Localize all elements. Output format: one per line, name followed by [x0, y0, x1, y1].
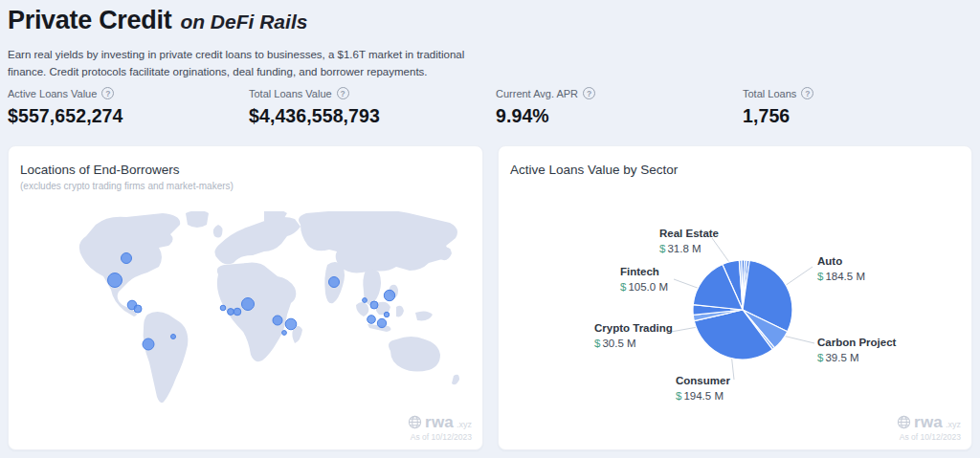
pie-label-consumer: Consumer $194.5 M [676, 374, 730, 403]
help-icon[interactable]: ? [101, 87, 114, 99]
currency-symbol: $ [620, 281, 626, 293]
pie-label-fintech: Fintech $105.0 M [620, 265, 668, 294]
page-title-row: Private Credit on DeFi Rails [8, 6, 491, 35]
sector-value: 39.5 M [825, 352, 858, 363]
sector-name: Consumer [676, 374, 730, 389]
globe-icon [897, 415, 911, 429]
pie-label-real-estate: Real Estate $31.8 M [659, 227, 719, 256]
map-bubble-indonesia[interactable] [377, 318, 386, 327]
currency-symbol: $ [659, 243, 665, 254]
page-header: Private Credit on DeFi Rails Earn real y… [8, 6, 491, 81]
map-bubble-united-states[interactable] [122, 253, 132, 264]
map-panel-subtitle: (excludes crypto trading firms and marke… [20, 181, 234, 191]
stat-label: Total Loans Value [249, 88, 332, 99]
stat-label: Total Loans [743, 88, 796, 99]
sector-value: 184.5 M [825, 271, 865, 282]
currency-symbol: $ [594, 338, 600, 349]
map-bubble-mexico[interactable] [108, 273, 122, 288]
pie-label-carbon-project: Carbon Project $39.5 M [817, 336, 896, 365]
map-bubble-vietnam[interactable] [370, 301, 378, 309]
help-icon[interactable]: ? [583, 87, 595, 99]
stat-current-avg-apr: Current Avg. APR ? 9.94% [496, 87, 743, 127]
sector-name: Carbon Project [817, 336, 896, 351]
stat-value: 1,756 [743, 105, 980, 127]
map-bubble-brazil[interactable] [171, 335, 176, 339]
stats-row: Active Loans Value ? $557,652,274 Total … [8, 87, 980, 127]
map-bubble-malaysia[interactable] [368, 316, 376, 324]
watermark-tld: .xyz [946, 420, 961, 429]
sector-name: Fintech [620, 265, 668, 280]
map-bubble-costa-rica[interactable] [134, 305, 142, 313]
map-bubble-thailand[interactable] [363, 298, 368, 303]
map-bubble-peru[interactable] [143, 338, 154, 350]
watermark-asof: As of 10/12/2023 [897, 432, 961, 442]
pie-leader-carbon-project [783, 336, 814, 343]
sector-name: Crypto Trading [594, 321, 673, 337]
map-bubble-ghana[interactable] [228, 309, 234, 316]
page-title: Private Credit [8, 6, 171, 35]
stat-value: 9.94% [496, 105, 743, 127]
stat-total-loans-value: Total Loans Value ? $4,436,558,793 [249, 87, 496, 127]
stat-label: Active Loans Value [8, 88, 97, 99]
sector-value: 31.8 M [667, 243, 701, 254]
sector-pie-chart [499, 146, 973, 451]
pie-label-auto: Auto $184.5 M [817, 254, 865, 284]
map-bubble-nigeria[interactable] [242, 298, 255, 311]
pie-slices-layer [693, 260, 792, 360]
watermark-brand: rwa [425, 414, 454, 430]
map-bubble-philippines[interactable] [384, 290, 394, 300]
currency-symbol: $ [676, 390, 681, 402]
sector-value: 105.0 M [628, 281, 668, 293]
page-title-suffix: on DeFi Rails [180, 11, 307, 33]
stat-value: $557,652,274 [8, 105, 249, 127]
world-map [63, 211, 475, 441]
watermark-brand: rwa [914, 414, 943, 430]
watermark: rwa .xyz As of 10/12/2023 [897, 414, 961, 442]
map-bubble-brunei[interactable] [384, 312, 389, 316]
map-bubble-kenya[interactable] [285, 318, 297, 330]
stat-active-loans-value: Active Loans Value ? $557,652,274 [8, 87, 249, 127]
pie-panel: Active Loans Value by Sector Real Estate… [498, 145, 972, 450]
currency-symbol: $ [817, 271, 823, 282]
map-panel: Locations of End-Borrowers (excludes cry… [8, 145, 483, 450]
map-panel-title: Locations of End-Borrowers [20, 163, 180, 177]
help-icon[interactable]: ? [337, 87, 349, 99]
pie-leader-crypto-trading [671, 327, 698, 332]
sector-value: 194.5 M [683, 390, 724, 402]
stat-label: Current Avg. APR [496, 88, 578, 99]
map-bubble-togo[interactable] [234, 308, 241, 316]
pie-label-crypto-trading: Crypto Trading $30.5 M [594, 321, 673, 351]
sector-value: 30.5 M [602, 338, 635, 349]
pie-leader-auto [785, 267, 813, 286]
stat-value: $4,436,558,793 [249, 105, 496, 127]
page-description: Earn real yields by investing in private… [8, 46, 491, 81]
map-bubble-tanzania[interactable] [282, 331, 287, 336]
sector-name: Auto [817, 254, 865, 270]
watermark: rwa .xyz As of 10/12/2023 [408, 414, 472, 442]
stat-total-loans: Total Loans ? 1,756 [743, 87, 980, 127]
sector-name: Real Estate [659, 227, 719, 242]
map-bubble-uganda[interactable] [273, 316, 282, 325]
watermark-asof: As of 10/12/2023 [408, 432, 472, 442]
help-icon[interactable]: ? [801, 87, 813, 99]
map-bubble-india[interactable] [329, 277, 340, 288]
globe-icon [408, 415, 422, 429]
map-bubble-ivory-coast[interactable] [220, 305, 226, 311]
watermark-tld: .xyz [457, 420, 472, 429]
currency-symbol: $ [817, 352, 823, 363]
